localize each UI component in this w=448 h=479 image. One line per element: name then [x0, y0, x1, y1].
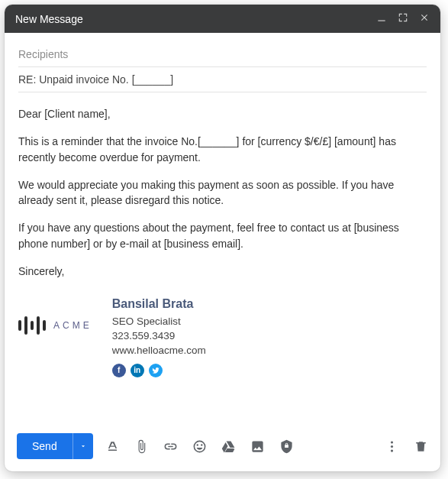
more-options-icon[interactable] [384, 439, 399, 454]
signature-website: www.helloacme.com [112, 344, 206, 358]
svg-point-1 [390, 441, 392, 443]
body-paragraph: If you have any questions about the paym… [18, 220, 427, 251]
send-options-button[interactable] [73, 433, 93, 459]
svg-point-3 [390, 449, 392, 451]
titlebar-actions [376, 12, 430, 25]
signature-details: Bansilal Brata SEO Specialist 323.559.34… [112, 296, 206, 377]
social-links: f in [112, 364, 206, 377]
send-group: Send [17, 433, 93, 459]
window-title: New Message [15, 13, 83, 25]
attach-file-icon[interactable] [134, 439, 150, 454]
close-icon[interactable] [419, 12, 430, 25]
compose-content: RE: Unpaid invoice No. [______] Dear [Cl… [5, 33, 440, 424]
toolbar-left: Send [17, 433, 295, 459]
confidential-mode-icon[interactable] [279, 439, 295, 454]
linkedin-icon[interactable]: in [131, 364, 144, 377]
expand-icon[interactable] [398, 12, 408, 25]
insert-photo-icon[interactable] [250, 439, 266, 454]
body-paragraph: Sincerely, [18, 264, 427, 279]
chevron-down-icon [79, 442, 87, 450]
format-icons [105, 439, 295, 454]
minimize-icon[interactable] [376, 12, 387, 25]
titlebar: New Message [5, 5, 440, 33]
insert-link-icon[interactable] [163, 439, 179, 454]
svg-rect-0 [378, 21, 385, 21]
svg-point-2 [390, 445, 392, 447]
emoji-icon[interactable] [192, 439, 208, 454]
send-button[interactable]: Send [17, 433, 73, 459]
signature-logo: ACME [18, 296, 92, 337]
signature-block: ACME Bansilal Brata SEO Specialist 323.5… [18, 296, 427, 377]
compose-window: New Message RE: Unpaid invoice No. [____… [5, 5, 440, 471]
subject-input[interactable]: RE: Unpaid invoice No. [______] [18, 73, 173, 86]
body-paragraph: We would appreciate you making this paym… [18, 177, 427, 209]
body-paragraph: This is a reminder that the invoice No.[… [18, 134, 427, 165]
message-body[interactable]: Dear [Client name], This is a reminder t… [18, 92, 427, 424]
recipients-row[interactable] [18, 42, 427, 67]
logo-icon [18, 314, 46, 337]
text-format-icon[interactable] [105, 439, 121, 454]
subject-row[interactable]: RE: Unpaid invoice No. [______] [18, 67, 427, 92]
drive-icon[interactable] [221, 439, 237, 454]
signature-name: Bansilal Brata [112, 296, 206, 312]
toolbar-right [384, 439, 428, 454]
discard-draft-icon[interactable] [413, 439, 428, 454]
brand-name: ACME [53, 319, 92, 332]
signature-title: SEO Specialist [112, 315, 206, 329]
body-paragraph: Dear [Client name], [18, 106, 427, 121]
facebook-icon[interactable]: f [112, 364, 126, 377]
compose-toolbar: Send [5, 424, 440, 471]
recipients-input[interactable] [18, 48, 427, 60]
twitter-icon[interactable] [149, 364, 163, 377]
signature-phone: 323.559.3439 [112, 329, 206, 344]
